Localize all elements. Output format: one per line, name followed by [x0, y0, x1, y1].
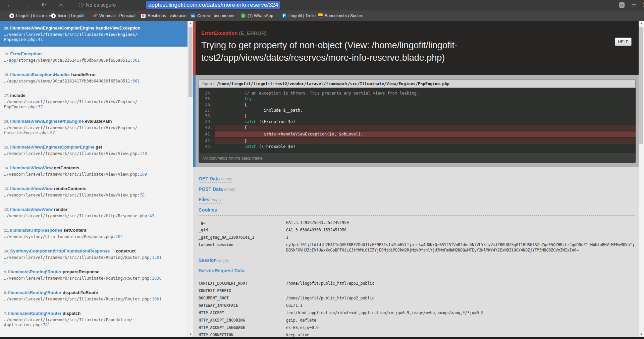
- bookmark-label: Bancolombia Sucurs: [325, 13, 363, 18]
- table-row: _gat_gtag_UA_120070141_11: [199, 234, 635, 241]
- frame-comments: No comments for this stack frame.: [199, 153, 636, 163]
- code-line: 34. // an exception is thrown. This prev…: [199, 91, 636, 96]
- frame-class: Illuminate\Routing\Router: [8, 269, 61, 274]
- scroll-down-icon[interactable]: ▼: [639, 332, 644, 337]
- bookmark-item[interactable]: cPWebmail - Principal: [93, 10, 135, 21]
- back-icon[interactable]: ←: [5, 0, 13, 10]
- code-line: 42. }: [199, 138, 636, 144]
- stack-frame[interactable]: 7.Illuminate\Routing\Router dispatch…/ve…: [0, 306, 187, 332]
- bookmark-item[interactable]: MRecibidos - valoracio: [141, 10, 186, 21]
- frame-file-path: …/vendor/laravel/framework/src/Illuminat…: [4, 255, 177, 260]
- frame-line-number: 140: [140, 151, 147, 156]
- code-token: (\Throwable $e): [257, 144, 296, 149]
- code-line-number: 34.: [199, 91, 215, 96]
- frame-method: getContents: [54, 165, 79, 170]
- forward-icon[interactable]: →: [22, 0, 30, 10]
- bookmark-item[interactable]: Lingofit | Iniciar sesió: [9, 10, 55, 21]
- bookmark-item[interactable]: Inicio | Lingofit: [51, 10, 85, 21]
- frame-line-number: 43: [149, 214, 154, 218]
- stack-frame[interactable]: 9.Illuminate\Routing\Router prepareRespo…: [0, 265, 187, 285]
- browser-toolbar: ← → ↻ ⌂ ⓘ No es seguro | apptest.lingofi…: [0, 0, 644, 10]
- table-row: HTTP_CONNECTIONkeep-alive: [199, 331, 635, 337]
- bookmark-label: Lingofit | Trello: [288, 13, 316, 18]
- stack-frame[interactable]: 11.Illuminate\Http\Response setContent…/…: [0, 223, 187, 244]
- stack-frame[interactable]: 12.Illuminate\View\View render…/vendor/l…: [0, 202, 187, 223]
- translate-icon[interactable]: G: [619, 2, 625, 8]
- whatsapp-icon: ✆: [241, 13, 246, 18]
- frame-title: 16.Illuminate\View\Engines\PhpEngine eva…: [4, 118, 177, 124]
- frame-number: 8.: [4, 291, 7, 295]
- exception-header: ErrorException (E_ERROR) Trying to get p…: [193, 21, 639, 75]
- data-section: Filesempty: [199, 197, 635, 204]
- stack-frame[interactable]: 13.Illuminate\View\View renderContents…/…: [0, 181, 187, 202]
- code-token: // an exception is thrown. This prevents…: [245, 91, 419, 96]
- frame-class: Illuminate\View\Engines\PhpEngine: [10, 119, 84, 124]
- frame-line-number: 202: [115, 234, 123, 239]
- frame-number: 9.: [4, 270, 7, 274]
- frame-number: 14.: [4, 166, 9, 170]
- stack-frame[interactable]: 6.Illuminate\Foundation\Application disp…: [0, 332, 187, 337]
- reload-icon[interactable]: ↻: [40, 0, 48, 10]
- data-section: POST Dataempty: [199, 186, 635, 193]
- bookmark-item[interactable]: OXCorreo - usuariouno: [191, 10, 234, 21]
- frame-title: 12.Illuminate\View\View render: [4, 207, 177, 213]
- stack-frame[interactable]: 8.Illuminate\Routing\Router dispatchToRo…: [0, 285, 187, 306]
- page-content: 20.Illuminate\View\Engines\CompilerEngin…: [0, 21, 644, 337]
- info-icon[interactable]: ⓘ: [77, 0, 85, 10]
- scroll-up-icon[interactable]: ▲: [639, 21, 644, 26]
- bookmark-item[interactable]: Lingofit | Trello: [282, 10, 316, 21]
- code-line: 37. include $__path;: [199, 108, 636, 113]
- help-button[interactable]: HELP: [615, 38, 632, 46]
- cpanel-icon: cP: [93, 13, 97, 18]
- sidebar-scrollbar-thumb[interactable]: [189, 27, 193, 97]
- frame-line-number: 1001: [152, 297, 162, 301]
- frame-line-number: 109: [140, 172, 147, 177]
- scroll-up-icon[interactable]: ▲: [188, 21, 193, 26]
- stack-frame[interactable]: 18.Illuminate\Exception\Handler handleEr…: [0, 67, 187, 88]
- stack-frame[interactable]: 16.Illuminate\View\Engines\PhpEngine eva…: [0, 114, 187, 140]
- frame-title: 20.Illuminate\View\Engines\CompilerEngin…: [4, 25, 177, 31]
- data-section: Sessionempty: [199, 258, 635, 264]
- frame-class: Illuminate\View\Engines\CompilerEngine: [10, 25, 94, 31]
- menu-icon[interactable]: ⋮: [639, 0, 644, 10]
- row-value: es-ES,es;q=0.9: [286, 325, 635, 330]
- stack-frame[interactable]: 17.include…/vendor/laravel/framework/src…: [0, 88, 187, 114]
- bookmark-item[interactable]: ✆(1) WhatsApp: [241, 10, 273, 21]
- frame-file-path: …/vendor/laravel/framework/src/Illuminat…: [4, 318, 177, 328]
- row-value: keep-alive: [286, 332, 635, 337]
- address-url[interactable]: apptest.lingofit.com.co/dates/more-info-…: [146, 1, 280, 9]
- scroll-down-icon[interactable]: ▼: [188, 332, 193, 337]
- stack-frame[interactable]: 19.ErrorException …/app/storage/views/80…: [0, 47, 187, 67]
- home-icon[interactable]: ⌂: [57, 0, 65, 10]
- security-label: No es seguro: [86, 0, 116, 10]
- section-heading: GET Dataempty: [199, 176, 232, 183]
- bookmark-star-icon[interactable]: ☆: [630, 0, 638, 10]
- frame-file-path: …/vendor/laravel/framework/src/Illuminat…: [4, 276, 177, 281]
- bookmarks-bar: Lingofit | Iniciar sesióInicio | Lingofi…: [0, 10, 644, 21]
- stack-frame[interactable]: 20.Illuminate\View\Engines\CompilerEngin…: [0, 21, 187, 47]
- section-title: Session: [199, 258, 217, 263]
- page-scrollbar[interactable]: ▲ ▼: [639, 21, 644, 337]
- stack-frame[interactable]: 15.Illuminate\View\Engines\CompilerEngin…: [0, 140, 187, 161]
- stack-frame[interactable]: 14.Illuminate\View\View getContents…/ven…: [0, 161, 187, 181]
- frame-line-number: 37: [38, 105, 43, 109]
- open-file-link[interactable]: Open: /home/lingofit/lingofit-test2/vend…: [199, 79, 636, 88]
- frame-file-path: …/vendor/laravel/framework/src/Illuminat…: [4, 32, 177, 42]
- frame-method: render: [54, 207, 67, 212]
- code-line-text: {: [215, 125, 636, 130]
- exception-type: ErrorException: [201, 30, 237, 36]
- section-title: Cookies: [199, 207, 217, 213]
- sidebar-scrollbar[interactable]: ▲ ▼: [187, 21, 193, 337]
- section-heading: Cookies: [199, 207, 635, 213]
- stack-frame[interactable]: 10.Symfony\Component\HttpFoundation\Resp…: [0, 244, 187, 265]
- code-line-text: catch (\Exception $e): [215, 119, 636, 125]
- frame-line-number: 78: [140, 193, 145, 197]
- bottom-edge-strip: [0, 337, 644, 339]
- frame-file-path: …/vendor/laravel/framework/src/Illuminat…: [4, 193, 177, 198]
- page-scrollbar-thumb[interactable]: [639, 27, 643, 144]
- frame-number: 19.: [4, 52, 9, 56]
- code-line-text: // an exception is thrown. This prevents…: [215, 91, 636, 96]
- code-line: 43. catch (\Throwable $e): [199, 144, 636, 150]
- code-line-number: 37.: [199, 108, 215, 113]
- bookmark-item[interactable]: Bancolombia Sucurs: [318, 10, 363, 21]
